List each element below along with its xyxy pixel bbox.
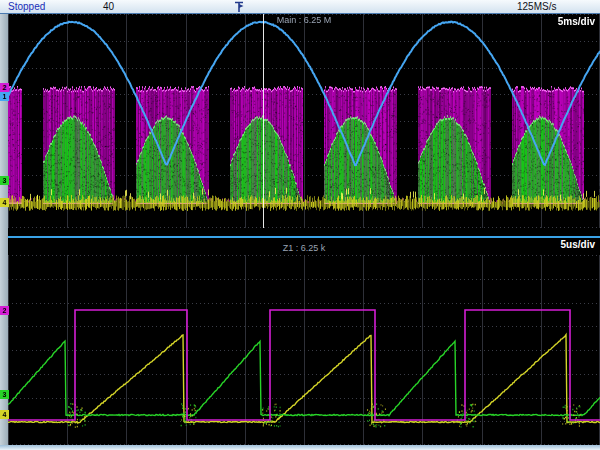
main-timebase-label[interactable]: 5ms/div xyxy=(558,16,595,27)
channel-marker-ch4[interactable]: 4 xyxy=(0,198,9,207)
trigger-position-icon[interactable] xyxy=(233,1,245,13)
main-record-label: Main : 6.25 M xyxy=(8,15,600,25)
bottom-bar xyxy=(0,445,600,450)
channel-marker-ch2[interactable]: 2 xyxy=(0,306,9,315)
oscilloscope-screen: Stopped 40 125MS/s Main : 6.25 M 5ms/div… xyxy=(0,0,600,450)
channel-marker-ch1[interactable]: 1 xyxy=(0,92,9,101)
zoom-record-label: Z1 : 6.25 k xyxy=(8,243,600,253)
channel-marker-ch3[interactable]: 3 xyxy=(0,390,9,399)
status-bar: Stopped 40 125MS/s xyxy=(0,0,600,14)
sample-rate: 125MS/s xyxy=(517,1,556,13)
channel-marker-ch4[interactable]: 4 xyxy=(0,410,9,419)
main-waveform-display[interactable] xyxy=(8,14,600,228)
acquisition-count: 40 xyxy=(103,1,114,13)
zoom-timebase-label[interactable]: 5us/div xyxy=(561,239,595,250)
channel-gutter xyxy=(0,14,8,445)
acquisition-status[interactable]: Stopped xyxy=(8,1,45,13)
zoom-waveform-display[interactable] xyxy=(8,255,600,445)
reference-trace xyxy=(8,236,600,238)
channel-marker-ch2[interactable]: 2 xyxy=(0,83,9,92)
channel-marker-ch3[interactable]: 3 xyxy=(0,176,9,185)
